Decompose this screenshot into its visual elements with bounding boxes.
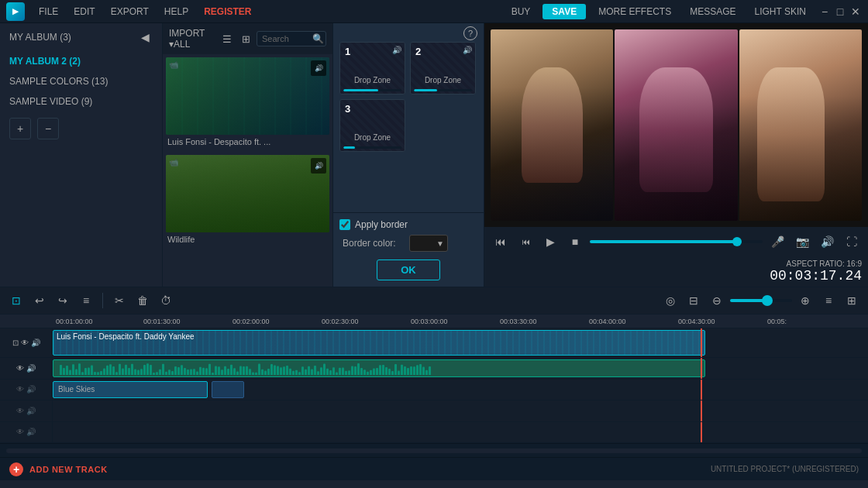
add-track-label[interactable]: ADD NEW TRACK	[29, 465, 108, 474]
svg-rect-29	[150, 365, 152, 374]
empty-track-2-audio-icon[interactable]: 🔊	[26, 428, 36, 436]
sidebar-item-album2[interactable]: MY ALBUM 2 (2)	[0, 51, 162, 71]
split-button[interactable]: ≡	[76, 290, 96, 311]
menu-buy[interactable]: BUY	[505, 3, 537, 20]
preview-progress-thumb[interactable]	[732, 237, 742, 246]
title-clip-2[interactable]	[212, 381, 244, 398]
timer-button[interactable]: ⏱	[156, 290, 176, 311]
volume-button[interactable]: 🔊	[817, 232, 837, 252]
zoom-slider[interactable]	[730, 299, 792, 302]
preview-controls: ⏮ ⏮ ▶ ■ 🎤 📷 🔊 ⛶	[484, 227, 868, 256]
wildlife-video-badge-icon: 📹	[169, 158, 178, 167]
close-button[interactable]: ✕	[849, 5, 862, 18]
svg-rect-61	[249, 369, 251, 375]
audio-track-eye-icon[interactable]: 👁	[16, 364, 24, 373]
remove-folder-button[interactable]: −	[37, 118, 59, 139]
sidebar-item-video[interactable]: SAMPLE VIDEO (9)	[0, 91, 162, 112]
drop-zone-1[interactable]: 1 🔊 Drop Zone	[339, 42, 405, 95]
empty-track-1-eye-icon[interactable]: 👁	[16, 407, 24, 415]
maximize-button[interactable]: □	[834, 5, 846, 18]
border-controls: Apply border Border color: ▼ OK	[333, 212, 484, 287]
save-button[interactable]: SAVE	[542, 4, 586, 19]
cut-button[interactable]: ✂	[109, 290, 129, 311]
add-folder-button[interactable]: +	[9, 118, 31, 139]
preview-progress-bar[interactable]	[590, 240, 763, 243]
timeline-scrollbar[interactable]	[6, 448, 862, 453]
border-color-swatch[interactable]: ▼	[409, 235, 448, 252]
border-color-label: Border color:	[343, 238, 405, 249]
title-clip-blue-skies[interactable]: Blue Skies	[53, 381, 208, 398]
video-clip-despacito[interactable]: Luis Fonsi - Despacito ft. Daddy Yankee	[53, 330, 705, 356]
title-track-audio-icon[interactable]: 🔊	[26, 385, 36, 393]
svg-rect-75	[292, 371, 294, 375]
menu-more-effects[interactable]: MORE EFFECTS	[592, 3, 677, 20]
fullscreen-button[interactable]: ⛶	[842, 232, 862, 252]
sidebar-back-button[interactable]: ◀	[137, 29, 153, 45]
add-track-icon[interactable]: +	[9, 462, 23, 476]
media-item-despacito[interactable]: 📹 🔊 Luis Fonsi - Despacito ft. ...	[166, 57, 329, 149]
svg-rect-52	[221, 369, 223, 374]
menu-light-skin[interactable]: LIGHT SKIN	[749, 3, 812, 20]
drop-zone-2[interactable]: 2 🔊 Drop Zone	[410, 42, 476, 95]
svg-rect-14	[103, 369, 105, 375]
video-track-row: ⊡ 👁 🔊 Luis Fonsi - Despacito ft. Daddy Y…	[0, 328, 868, 358]
redo-button[interactable]: ↪	[53, 290, 73, 311]
project-status: UNTITLED PROJECT* (UNREGISTERED)	[711, 465, 859, 473]
motion-button[interactable]: ◎	[660, 290, 680, 311]
prev-frame-button[interactable]: ⏮	[515, 232, 536, 252]
remove-folder-icon: −	[45, 122, 51, 135]
media-search-box[interactable]: 🔍	[257, 31, 326, 46]
video-track-snap-icon[interactable]: ⊡	[12, 339, 19, 347]
title-track-eye-icon[interactable]: 👁	[16, 385, 24, 393]
timeline-grid-button[interactable]: ⊞	[842, 290, 862, 311]
audio-clip[interactable]	[53, 359, 705, 376]
apply-border-checkbox[interactable]	[339, 219, 350, 230]
drop-zone-3[interactable]: 3 Drop Zone	[339, 99, 405, 152]
import-button[interactable]: IMPORT ▾ALL	[169, 28, 216, 50]
window-controls: − □ ✕	[818, 5, 862, 18]
skip-start-button[interactable]: ⏮	[491, 232, 511, 252]
video-track-eye-icon[interactable]: 👁	[21, 339, 29, 347]
empty-track-2-eye-icon[interactable]: 👁	[16, 428, 24, 436]
svg-rect-34	[165, 372, 167, 375]
mic-button[interactable]: 🎤	[767, 232, 787, 252]
svg-rect-51	[218, 367, 220, 375]
menu-edit[interactable]: EDIT	[67, 3, 101, 20]
ok-button[interactable]: OK	[377, 259, 440, 280]
list-view-button[interactable]: ☰	[219, 31, 235, 46]
menu-help[interactable]: HELP	[158, 3, 195, 20]
menu-export[interactable]: EXPORT	[105, 3, 155, 20]
video-track-audio-icon[interactable]: 🔊	[31, 339, 40, 347]
search-input[interactable]	[262, 34, 312, 43]
menu-file[interactable]: FILE	[33, 3, 64, 20]
help-icon[interactable]: ?	[463, 26, 477, 40]
zoom-slider-thumb[interactable]	[762, 295, 773, 306]
empty-track-1-audio-icon[interactable]: 🔊	[26, 407, 36, 415]
audio-track-audio-icon[interactable]: 🔊	[26, 364, 36, 373]
svg-rect-95	[354, 366, 356, 374]
svg-rect-70	[277, 366, 279, 375]
ripple-button[interactable]: ⊟	[684, 290, 704, 311]
snap-button[interactable]: ⊡	[6, 290, 26, 311]
menu-register[interactable]: REGISTER	[198, 3, 257, 20]
stop-button[interactable]: ■	[565, 232, 585, 252]
grid-view-button[interactable]: ⊞	[238, 31, 253, 46]
zoom-in-button[interactable]: ⊕	[795, 290, 815, 311]
empty-track-1-label: 👁 🔊	[0, 400, 53, 421]
menu-message[interactable]: MESSAGE	[684, 3, 742, 20]
svg-rect-23	[131, 364, 133, 375]
color-preview	[413, 238, 436, 249]
media-item-wildlife[interactable]: 📹 🔊 Wildlife	[166, 155, 329, 246]
timeline-menu-button[interactable]: ≡	[818, 290, 839, 311]
play-button[interactable]: ▶	[540, 232, 560, 252]
undo-button[interactable]: ↩	[29, 290, 50, 311]
zoom-out-button[interactable]: ⊖	[707, 290, 727, 311]
sidebar-header: MY ALBUM (3) ◀	[0, 23, 162, 51]
sidebar-item-colors[interactable]: SAMPLE COLORS (13)	[0, 71, 162, 91]
svg-rect-87	[329, 370, 332, 374]
delete-button[interactable]: 🗑	[133, 290, 153, 311]
svg-rect-107	[391, 371, 394, 374]
camera-button[interactable]: 📷	[792, 232, 812, 252]
svg-rect-2	[66, 366, 68, 374]
minimize-button[interactable]: −	[818, 5, 831, 18]
